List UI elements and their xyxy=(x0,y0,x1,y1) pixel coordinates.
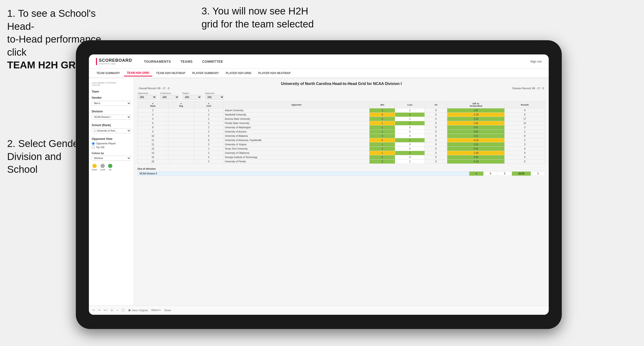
share-btn[interactable]: Share xyxy=(164,309,171,312)
table-row: 4 1 Arizona State University 5 1 0 2.29 … xyxy=(138,117,545,121)
opponent-select[interactable]: (All) xyxy=(205,95,224,99)
conference-filter: Conference (All) xyxy=(160,92,179,99)
region-filter: Region (All) xyxy=(182,92,202,99)
division-select[interactable]: NCAA Division I xyxy=(92,115,131,120)
cell-rank: 10 xyxy=(138,134,168,138)
ood-table: NCAA Division II 1 0 0 26.00 3 xyxy=(138,171,545,176)
annotation-2: 2. Select Gender, Division and School xyxy=(7,137,84,176)
cell-rank: 9 xyxy=(138,130,168,134)
bottom-toolbar: ↩ ↪ ⟵ ⎘ + 🕐 ▣ View: Original Watch ▾ Sha… xyxy=(89,305,549,315)
tab-player-h2h-grid[interactable]: PLAYER H2H GRID xyxy=(223,70,254,76)
sub-nav: TEAM SUMMARY TEAM H2H GRID TEAM H2H HEAT… xyxy=(89,69,549,78)
cell-opponent: Texas Tech University xyxy=(223,147,370,151)
ann3-line1: 3. You will now see H2H xyxy=(202,5,308,16)
cell-tie: 0 xyxy=(425,108,447,113)
cell-conf: 5 xyxy=(194,134,223,138)
opponents-filter: Opponents: (All) xyxy=(138,92,156,99)
col-win: Win xyxy=(370,102,395,108)
cell-rank: 12 xyxy=(138,143,168,147)
cell-conf: 1 xyxy=(194,117,223,121)
cell-tie: 0 xyxy=(425,113,447,117)
cell-diff: -4.33 xyxy=(447,138,505,143)
cell-loss: 0 xyxy=(395,143,425,147)
ood-division: NCAA Division II xyxy=(138,172,469,176)
cell-tie: 0 xyxy=(425,151,447,155)
ann1-line1: 1. To see a School's Head- xyxy=(7,8,96,32)
out-of-division-label: Out of division xyxy=(138,167,545,170)
cell-opponent: Florida State University xyxy=(223,121,370,125)
h2h-table: #Rank #Reg #Conf Opponent Win Loss Tie D… xyxy=(138,101,545,164)
ood-diff: 26.00 xyxy=(512,172,531,176)
view-original-btn[interactable]: ▣ View: Original xyxy=(128,309,148,312)
tab-team-h2h-grid[interactable]: TEAM H2H GRID xyxy=(124,70,152,76)
colour-legend: Down Level Up xyxy=(92,164,131,171)
cell-win: 3 xyxy=(370,147,395,151)
radio-top100[interactable]: Top 100 xyxy=(92,146,131,149)
cell-rounds: 9 xyxy=(505,108,545,113)
table-row: 6 2 Florida State University 1 2 0 1.83 … xyxy=(138,121,545,125)
clock-btn[interactable]: 🕐 xyxy=(121,309,125,312)
conference-select[interactable]: (All) xyxy=(160,95,179,99)
region-select[interactable]: (All) xyxy=(182,95,202,99)
table-row: 15 4 Georgia Institute of Technology 5 0… xyxy=(138,155,545,160)
plus-btn[interactable]: + xyxy=(116,309,118,312)
nav-teams[interactable]: TEAMS xyxy=(180,58,193,65)
cell-win: 0 xyxy=(370,138,395,143)
sign-out-link[interactable]: Sign out xyxy=(530,60,542,63)
cell-rounds: 9 xyxy=(505,160,545,164)
gender-label: Gender xyxy=(92,96,131,99)
table-row: 12 3 University of Virginia 1 0 0 2.33 3 xyxy=(138,143,545,147)
tab-player-h2h-heatmap[interactable]: PLAYER H2H HEATMAP xyxy=(255,70,294,76)
copy-btn[interactable]: ⎘ xyxy=(111,309,113,312)
tablet-frame: SCOREBOARD Powered by clippi TOURNAMENTS… xyxy=(76,40,562,329)
filter-row: Opponents: (All) Conference (All) Region xyxy=(138,92,545,99)
cell-reg xyxy=(168,108,194,113)
col-tie: Tie xyxy=(425,102,447,108)
ann2-line3: School xyxy=(7,164,38,175)
cell-loss: 2 xyxy=(395,151,425,155)
cell-reg xyxy=(168,147,194,151)
cell-loss: 1 xyxy=(395,138,425,143)
col-reg: #Reg xyxy=(168,102,194,108)
cell-loss: 4 xyxy=(395,113,425,117)
cell-loss: 1 xyxy=(395,108,425,113)
cell-opponent: University of Florida xyxy=(223,160,370,164)
opponent-view-label: Opponent View xyxy=(92,137,131,141)
table-row: 3 2 Vanderbilt University 0 4 0 -2.29 8 xyxy=(138,113,545,117)
radio-opponents[interactable]: Opponents Played xyxy=(92,142,131,145)
cell-diff: 9.00 xyxy=(447,130,505,134)
ann2-line1: 2. Select Gender, xyxy=(7,138,84,149)
cell-win: 1 xyxy=(370,143,395,147)
cell-reg xyxy=(168,155,194,160)
tab-team-summary[interactable]: TEAM SUMMARY xyxy=(94,70,123,76)
school-select[interactable]: 1. University of Nort... xyxy=(92,128,131,133)
watch-btn[interactable]: Watch ▾ xyxy=(151,309,161,312)
cell-tie: 0 xyxy=(425,130,447,134)
nav-committee[interactable]: COMMITTEE xyxy=(202,58,223,65)
cell-conf: 2 xyxy=(194,151,223,155)
nav-bar: SCOREBOARD Powered by clippi TOURNAMENTS… xyxy=(89,54,549,69)
cell-rank: 15 xyxy=(138,155,168,160)
cell-rounds: 3 xyxy=(505,125,545,130)
nav-tournaments[interactable]: TOURNAMENTS xyxy=(144,58,171,65)
cell-tie: 0 xyxy=(425,147,447,151)
tab-player-summary[interactable]: PLAYER SUMMARY xyxy=(190,70,222,76)
table-row: 9 3 University of Arizona 1 0 0 9.00 2 xyxy=(138,130,545,134)
logo: SCOREBOARD Powered by clippi xyxy=(96,58,132,65)
undo-btn[interactable]: ↩ xyxy=(92,309,94,312)
cell-tie: 0 xyxy=(425,155,447,160)
cell-tie: 0 xyxy=(425,117,447,121)
opponents-select[interactable]: (All) xyxy=(138,95,156,99)
tab-team-h2h-heatmap[interactable]: TEAM H2H HEATMAP xyxy=(153,70,188,76)
left-panel: Last Updated: 27/03/2024 16:55:38 Team G… xyxy=(89,78,134,305)
back-btn[interactable]: ⟵ xyxy=(104,309,108,312)
cell-diff: 2.61 xyxy=(447,134,505,138)
cell-rank: 6 xyxy=(138,121,168,125)
table-row: 11 6 University of Arkansas, Fayettevill… xyxy=(138,138,545,143)
cell-win: 1 xyxy=(370,121,395,125)
gender-select[interactable]: Men's xyxy=(92,101,131,106)
colour-select[interactable]: Win/loss xyxy=(92,156,131,161)
redo-btn[interactable]: ↪ xyxy=(98,309,100,312)
cell-reg xyxy=(168,134,194,138)
division-label: Division xyxy=(92,110,131,113)
